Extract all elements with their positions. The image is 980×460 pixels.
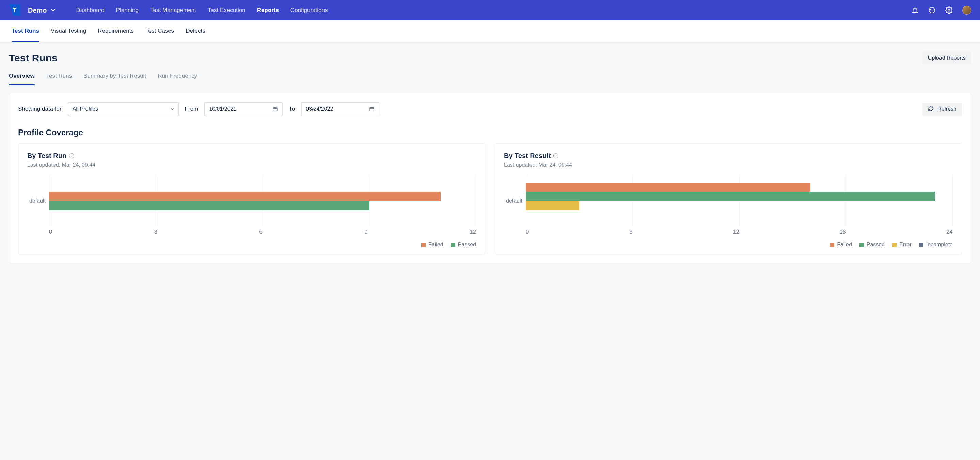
card-title-text: By Test Result — [504, 152, 550, 160]
chart-category-label: default — [27, 198, 46, 204]
legend-swatch — [859, 243, 864, 247]
legend-item-failed[interactable]: Failed — [421, 241, 443, 248]
chevron-down-icon[interactable] — [50, 8, 56, 13]
legend-label: Passed — [458, 241, 476, 248]
svg-rect-2 — [370, 107, 374, 111]
x-tick: 6 — [629, 228, 632, 235]
legend-item-passed[interactable]: Passed — [451, 241, 476, 248]
legend-swatch — [892, 243, 897, 247]
caret-down-icon — [170, 107, 174, 111]
to-label: To — [289, 105, 295, 112]
tertiary-tab-test-runs[interactable]: Test Runs — [46, 70, 72, 85]
card-title: By Test Run i — [27, 152, 476, 160]
top-nav: T Demo DashboardPlanningTest ManagementT… — [0, 0, 980, 21]
x-tick: 18 — [840, 228, 846, 235]
primary-tab-dashboard[interactable]: Dashboard — [76, 5, 105, 16]
legend-swatch — [451, 243, 455, 247]
svg-rect-1 — [273, 107, 277, 111]
svg-point-0 — [948, 9, 950, 11]
chart-by-test-result: default06121824FailedPassedErrorIncomple… — [504, 176, 953, 248]
refresh-button[interactable]: Refresh — [923, 102, 962, 115]
legend-swatch — [919, 243, 923, 247]
primary-tab-planning[interactable]: Planning — [116, 5, 138, 16]
legend-swatch — [421, 243, 426, 247]
page-title: Test Runs — [9, 52, 57, 64]
profile-select-value: All Profiles — [73, 106, 99, 112]
page-header: Test Runs Upload Reports — [9, 51, 971, 64]
legend-label: Incomplete — [926, 241, 953, 248]
overview-panel: Showing data for All Profiles From 10/01… — [9, 93, 971, 264]
primary-tab-test-execution[interactable]: Test Execution — [208, 5, 245, 16]
history-icon[interactable] — [928, 6, 936, 14]
legend-label: Failed — [428, 241, 443, 248]
upload-reports-button[interactable]: Upload Reports — [923, 51, 971, 64]
bar-passed — [526, 192, 935, 201]
refresh-label: Refresh — [937, 106, 956, 112]
project-name[interactable]: Demo — [28, 6, 47, 14]
info-icon[interactable]: i — [69, 153, 74, 158]
calendar-icon — [369, 106, 375, 112]
bar-error — [526, 201, 579, 210]
bar-failed — [526, 183, 810, 192]
card-by-test-result: By Test Result i Last updated: Mar 24, 0… — [495, 144, 962, 254]
top-right-icons — [911, 6, 971, 14]
chart-by-test-run: default036912FailedPassed — [27, 176, 476, 248]
primary-tab-test-management[interactable]: Test Management — [150, 5, 196, 16]
avatar[interactable] — [962, 6, 971, 14]
x-tick: 6 — [259, 228, 262, 235]
report-subtabs: Test RunsVisual TestingRequirementsTest … — [0, 21, 980, 43]
subtab-test-runs[interactable]: Test Runs — [11, 21, 39, 42]
primary-tab-configurations[interactable]: Configurations — [290, 5, 328, 16]
legend-label: Passed — [867, 241, 885, 248]
from-label: From — [185, 105, 199, 112]
bar-failed — [49, 192, 441, 201]
legend-swatch — [830, 243, 834, 247]
app-logo: T — [9, 5, 21, 16]
primary-tab-reports[interactable]: Reports — [257, 5, 279, 16]
subtab-test-cases[interactable]: Test Cases — [145, 21, 174, 42]
to-date-value: 03/24/2022 — [306, 106, 333, 112]
to-date-input[interactable]: 03/24/2022 — [301, 102, 379, 116]
cards-grid: By Test Run i Last updated: Mar 24, 09:4… — [18, 144, 962, 254]
showing-label: Showing data for — [18, 105, 62, 112]
tertiary-tabs: OverviewTest RunsSummary by Test ResultR… — [9, 70, 971, 85]
gear-icon[interactable] — [945, 6, 953, 14]
bell-icon[interactable] — [911, 6, 919, 14]
chart-category-label: default — [504, 198, 522, 204]
x-tick: 12 — [733, 228, 739, 235]
info-icon[interactable]: i — [553, 153, 558, 158]
card-by-test-run: By Test Run i Last updated: Mar 24, 09:4… — [18, 144, 485, 254]
x-tick: 0 — [526, 228, 529, 235]
from-date-value: 10/01/2021 — [209, 106, 236, 112]
card-title: By Test Result i — [504, 152, 953, 160]
refresh-icon — [928, 106, 933, 112]
x-tick: 0 — [49, 228, 52, 235]
subtab-requirements[interactable]: Requirements — [98, 21, 134, 42]
legend-item-failed[interactable]: Failed — [830, 241, 852, 248]
bar-passed — [49, 201, 369, 210]
tertiary-tab-summary-by-test-result[interactable]: Summary by Test Result — [83, 70, 146, 85]
subtab-visual-testing[interactable]: Visual Testing — [51, 21, 86, 42]
legend-label: Error — [899, 241, 912, 248]
primary-tabs: DashboardPlanningTest ManagementTest Exe… — [76, 5, 328, 16]
legend-item-incomplete[interactable]: Incomplete — [919, 241, 953, 248]
legend-label: Failed — [837, 241, 852, 248]
x-tick: 12 — [469, 228, 476, 235]
card-updated: Last updated: Mar 24, 09:44 — [27, 162, 476, 168]
profile-select[interactable]: All Profiles — [68, 102, 179, 116]
subtab-defects[interactable]: Defects — [186, 21, 205, 42]
x-tick: 9 — [364, 228, 368, 235]
x-tick: 24 — [946, 228, 953, 235]
calendar-icon — [272, 106, 278, 112]
from-date-input[interactable]: 10/01/2021 — [204, 102, 283, 116]
card-title-text: By Test Run — [27, 152, 67, 160]
card-updated: Last updated: Mar 24, 09:44 — [504, 162, 953, 168]
page-body: Test Runs Upload Reports OverviewTest Ru… — [0, 43, 980, 272]
legend-item-error[interactable]: Error — [892, 241, 912, 248]
section-title: Profile Coverage — [18, 128, 962, 137]
legend-item-passed[interactable]: Passed — [859, 241, 885, 248]
upload-reports-label: Upload Reports — [928, 55, 966, 61]
tertiary-tab-run-frequency[interactable]: Run Frequency — [158, 70, 197, 85]
tertiary-tab-overview[interactable]: Overview — [9, 70, 35, 85]
x-tick: 3 — [154, 228, 158, 235]
